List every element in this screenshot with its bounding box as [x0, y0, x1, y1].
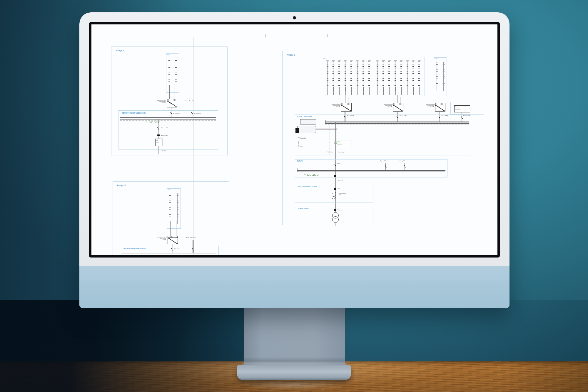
sheet-tick [142, 34, 142, 37]
imac-stand-base [237, 365, 351, 380]
dc-collector [327, 95, 370, 95]
pv-string-label: String 2 [175, 56, 177, 57]
imac-stand-neck [244, 308, 345, 367]
dc-wire [397, 95, 397, 103]
pv-string: String 1 [325, 60, 330, 87]
dc-wire [437, 86, 437, 103]
dc-wire [175, 85, 175, 99]
dc-wire [333, 87, 334, 95]
pv-string-chain [338, 62, 340, 87]
dc-wire [443, 86, 443, 103]
inverter-2 [393, 103, 403, 112]
disconnect-block [334, 209, 336, 211]
screen-bezel: Anlage 2 Dach 3 String 1 String 2 Wechse… [89, 22, 500, 258]
pv-string-label: String 4 [344, 60, 347, 60]
pv-string-chain [418, 62, 420, 87]
pv-string-label: String 7 [362, 60, 365, 60]
pe-label: PE [304, 174, 305, 175]
breaker-slash [385, 165, 387, 167]
reserve-text: Abgang EVU [455, 109, 461, 110]
pv-string: String 11 [387, 60, 392, 87]
cable-label: Steuerleitung [338, 152, 344, 153]
green-box-text: PV gesamt [338, 144, 342, 145]
pv-string-chain [436, 62, 438, 87]
pv-string-label: String 1 [168, 56, 171, 57]
pv-string: String 3 [337, 60, 342, 87]
anlage1-strings-a: String 1 String 2 String 3 String 4 Stri… [325, 60, 372, 87]
busbar [120, 117, 216, 119]
pv-string: String 12 [393, 60, 398, 87]
reserve-text: Reserve [455, 107, 459, 108]
dc-wire [327, 87, 328, 95]
connector-block [157, 134, 160, 136]
breaker-slash [404, 165, 406, 167]
panel-zv-gebaeude-b [118, 110, 218, 150]
bus-end-tick [325, 120, 326, 123]
feeder-label: Abgang UV 2 [400, 160, 405, 162]
dc-wire [345, 95, 345, 103]
transformer-winding-2 [332, 216, 339, 223]
zv-b-title: Zählerverteiler Gebäude B [122, 112, 146, 114]
pv-string-label: String 13 [400, 60, 403, 60]
dc-wire [345, 87, 346, 95]
pv-string-label: String 2 [332, 60, 335, 60]
stand-base-reflection [240, 381, 348, 390]
pv-string-chain [357, 62, 358, 87]
reserve-box: Reserve Abgang EVU [454, 105, 470, 112]
pv-string-label: String 1 [169, 191, 171, 192]
pv-string-label: String 10 [382, 60, 385, 60]
pv-string-chain [368, 62, 370, 87]
dc-wire [400, 97, 400, 103]
pv-string-chain [327, 62, 328, 87]
service-wire [158, 146, 159, 154]
panel-anlage-1-title: Anlage 1 [287, 54, 295, 56]
meter-text: Zähler [156, 142, 159, 143]
monitoring-gateway [300, 119, 316, 124]
dc-wire [357, 87, 358, 95]
pv-string-chain [345, 62, 346, 87]
energy-meter: kWh Zähler [155, 139, 163, 146]
dc-wire [383, 87, 384, 95]
dc-wire [369, 87, 370, 95]
anlage2-roof-label: Dach 3 [167, 54, 170, 55]
pv-string: String 5 [349, 60, 354, 87]
bus-end-tick [298, 168, 298, 172]
pv-string: String 2 [175, 191, 180, 220]
breaker-label: NH 250 A [337, 163, 341, 165]
pv-string-label: String 1 [326, 60, 329, 60]
pv-string-chain [177, 193, 178, 220]
dc-wire [389, 87, 390, 95]
panel-anlage-3-title: Anlage 3 [117, 184, 126, 186]
pv-string-label: String 14 [406, 60, 409, 60]
anlage1-roof2-label: Dach 2 [435, 58, 437, 59]
pe-dashed-line [297, 173, 445, 173]
sheet-tick [327, 34, 328, 37]
cable-label: NAYY-J 4x50 mm² [161, 150, 168, 152]
busbar [297, 170, 445, 172]
pv-string-label: String 12 [394, 60, 397, 60]
trafo-title: Trafostation [298, 207, 308, 210]
control-line-green [330, 124, 330, 155]
green-box-text: Zähler [338, 141, 340, 142]
current-transformer [332, 192, 335, 199]
pv-string-label: String 3 [338, 60, 341, 60]
wire-legend: L1L2 L3N PEDatenleitung [298, 141, 303, 147]
pv-string: String 4 [343, 60, 348, 87]
dc-wire [395, 87, 396, 95]
disconnect-block [334, 188, 336, 190]
inverter-1-text: Wechselrichter WR 1.1 Sunny Tripower 25,… [332, 104, 340, 107]
disconnect-label: NH-Trenner [338, 188, 343, 190]
mv-stub [335, 222, 335, 226]
sheet-tick [204, 34, 204, 37]
pe-terminals [307, 174, 318, 176]
wire-orange [339, 128, 339, 141]
feeder-note: Weitere Wechselrichter [186, 100, 195, 102]
dc-wire [407, 87, 407, 95]
dc-wire [339, 87, 340, 95]
nshv-title: NSHV [297, 160, 303, 162]
pv-string: String 1 [434, 60, 439, 87]
pv-string: String 1 [168, 191, 173, 220]
cable-label: NYY-J 5x95 mm² [338, 180, 345, 182]
pv-string-label: String 8 [368, 60, 371, 60]
pv-string-chain [333, 62, 334, 87]
